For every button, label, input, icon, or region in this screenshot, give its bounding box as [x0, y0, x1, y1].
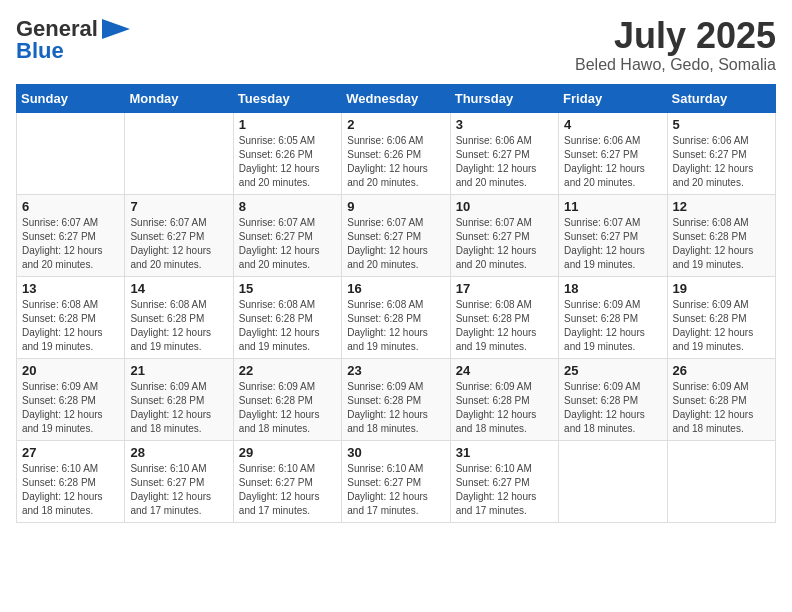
- day-info: Sunrise: 6:08 AMSunset: 6:28 PMDaylight:…: [456, 299, 537, 352]
- logo-flag-icon: [102, 19, 130, 39]
- table-row: 16 Sunrise: 6:08 AMSunset: 6:28 PMDaylig…: [342, 276, 450, 358]
- day-number: 8: [239, 199, 336, 214]
- day-info: Sunrise: 6:10 AMSunset: 6:27 PMDaylight:…: [130, 463, 211, 516]
- day-number: 22: [239, 363, 336, 378]
- col-sunday: Sunday: [17, 84, 125, 112]
- day-number: 2: [347, 117, 444, 132]
- table-row: 28 Sunrise: 6:10 AMSunset: 6:27 PMDaylig…: [125, 440, 233, 522]
- day-info: Sunrise: 6:07 AMSunset: 6:27 PMDaylight:…: [130, 217, 211, 270]
- table-row: 26 Sunrise: 6:09 AMSunset: 6:28 PMDaylig…: [667, 358, 775, 440]
- day-info: Sunrise: 6:08 AMSunset: 6:28 PMDaylight:…: [673, 217, 754, 270]
- day-info: Sunrise: 6:07 AMSunset: 6:27 PMDaylight:…: [22, 217, 103, 270]
- day-number: 24: [456, 363, 553, 378]
- page-header: General Blue July 2025 Beled Hawo, Gedo,…: [16, 16, 776, 74]
- table-row: 10 Sunrise: 6:07 AMSunset: 6:27 PMDaylig…: [450, 194, 558, 276]
- table-row: 3 Sunrise: 6:06 AMSunset: 6:27 PMDayligh…: [450, 112, 558, 194]
- day-info: Sunrise: 6:06 AMSunset: 6:27 PMDaylight:…: [456, 135, 537, 188]
- day-number: 21: [130, 363, 227, 378]
- table-row: 2 Sunrise: 6:06 AMSunset: 6:26 PMDayligh…: [342, 112, 450, 194]
- day-number: 16: [347, 281, 444, 296]
- calendar-week-row: 6 Sunrise: 6:07 AMSunset: 6:27 PMDayligh…: [17, 194, 776, 276]
- col-monday: Monday: [125, 84, 233, 112]
- table-row: 14 Sunrise: 6:08 AMSunset: 6:28 PMDaylig…: [125, 276, 233, 358]
- table-row: 25 Sunrise: 6:09 AMSunset: 6:28 PMDaylig…: [559, 358, 667, 440]
- col-thursday: Thursday: [450, 84, 558, 112]
- day-number: 13: [22, 281, 119, 296]
- day-number: 5: [673, 117, 770, 132]
- table-row: [667, 440, 775, 522]
- table-row: 19 Sunrise: 6:09 AMSunset: 6:28 PMDaylig…: [667, 276, 775, 358]
- day-number: 10: [456, 199, 553, 214]
- table-row: 17 Sunrise: 6:08 AMSunset: 6:28 PMDaylig…: [450, 276, 558, 358]
- day-info: Sunrise: 6:08 AMSunset: 6:28 PMDaylight:…: [347, 299, 428, 352]
- calendar-subtitle: Beled Hawo, Gedo, Somalia: [575, 56, 776, 74]
- table-row: 24 Sunrise: 6:09 AMSunset: 6:28 PMDaylig…: [450, 358, 558, 440]
- table-row: 1 Sunrise: 6:05 AMSunset: 6:26 PMDayligh…: [233, 112, 341, 194]
- day-info: Sunrise: 6:06 AMSunset: 6:27 PMDaylight:…: [564, 135, 645, 188]
- table-row: 18 Sunrise: 6:09 AMSunset: 6:28 PMDaylig…: [559, 276, 667, 358]
- day-info: Sunrise: 6:09 AMSunset: 6:28 PMDaylight:…: [673, 381, 754, 434]
- day-info: Sunrise: 6:10 AMSunset: 6:28 PMDaylight:…: [22, 463, 103, 516]
- day-info: Sunrise: 6:05 AMSunset: 6:26 PMDaylight:…: [239, 135, 320, 188]
- table-row: 4 Sunrise: 6:06 AMSunset: 6:27 PMDayligh…: [559, 112, 667, 194]
- day-number: 14: [130, 281, 227, 296]
- calendar-table: Sunday Monday Tuesday Wednesday Thursday…: [16, 84, 776, 523]
- day-info: Sunrise: 6:09 AMSunset: 6:28 PMDaylight:…: [456, 381, 537, 434]
- day-number: 9: [347, 199, 444, 214]
- day-number: 17: [456, 281, 553, 296]
- svg-marker-0: [102, 19, 130, 39]
- day-number: 15: [239, 281, 336, 296]
- col-saturday: Saturday: [667, 84, 775, 112]
- day-info: Sunrise: 6:09 AMSunset: 6:28 PMDaylight:…: [347, 381, 428, 434]
- table-row: 15 Sunrise: 6:08 AMSunset: 6:28 PMDaylig…: [233, 276, 341, 358]
- day-number: 26: [673, 363, 770, 378]
- calendar-week-row: 27 Sunrise: 6:10 AMSunset: 6:28 PMDaylig…: [17, 440, 776, 522]
- day-info: Sunrise: 6:10 AMSunset: 6:27 PMDaylight:…: [239, 463, 320, 516]
- calendar-header-row: Sunday Monday Tuesday Wednesday Thursday…: [17, 84, 776, 112]
- day-number: 28: [130, 445, 227, 460]
- day-info: Sunrise: 6:07 AMSunset: 6:27 PMDaylight:…: [347, 217, 428, 270]
- day-number: 12: [673, 199, 770, 214]
- col-friday: Friday: [559, 84, 667, 112]
- logo: General Blue: [16, 16, 130, 64]
- day-info: Sunrise: 6:07 AMSunset: 6:27 PMDaylight:…: [239, 217, 320, 270]
- day-info: Sunrise: 6:08 AMSunset: 6:28 PMDaylight:…: [130, 299, 211, 352]
- table-row: 29 Sunrise: 6:10 AMSunset: 6:27 PMDaylig…: [233, 440, 341, 522]
- title-block: July 2025 Beled Hawo, Gedo, Somalia: [575, 16, 776, 74]
- table-row: 13 Sunrise: 6:08 AMSunset: 6:28 PMDaylig…: [17, 276, 125, 358]
- table-row: 11 Sunrise: 6:07 AMSunset: 6:27 PMDaylig…: [559, 194, 667, 276]
- day-number: 27: [22, 445, 119, 460]
- day-info: Sunrise: 6:10 AMSunset: 6:27 PMDaylight:…: [456, 463, 537, 516]
- day-number: 31: [456, 445, 553, 460]
- table-row: 8 Sunrise: 6:07 AMSunset: 6:27 PMDayligh…: [233, 194, 341, 276]
- calendar-week-row: 1 Sunrise: 6:05 AMSunset: 6:26 PMDayligh…: [17, 112, 776, 194]
- day-number: 7: [130, 199, 227, 214]
- day-number: 6: [22, 199, 119, 214]
- table-row: [125, 112, 233, 194]
- day-number: 30: [347, 445, 444, 460]
- day-number: 29: [239, 445, 336, 460]
- table-row: 27 Sunrise: 6:10 AMSunset: 6:28 PMDaylig…: [17, 440, 125, 522]
- day-info: Sunrise: 6:09 AMSunset: 6:28 PMDaylight:…: [564, 381, 645, 434]
- calendar-title: July 2025: [575, 16, 776, 56]
- table-row: [17, 112, 125, 194]
- calendar-week-row: 13 Sunrise: 6:08 AMSunset: 6:28 PMDaylig…: [17, 276, 776, 358]
- calendar-week-row: 20 Sunrise: 6:09 AMSunset: 6:28 PMDaylig…: [17, 358, 776, 440]
- day-number: 18: [564, 281, 661, 296]
- day-info: Sunrise: 6:08 AMSunset: 6:28 PMDaylight:…: [239, 299, 320, 352]
- day-number: 4: [564, 117, 661, 132]
- table-row: 22 Sunrise: 6:09 AMSunset: 6:28 PMDaylig…: [233, 358, 341, 440]
- table-row: 6 Sunrise: 6:07 AMSunset: 6:27 PMDayligh…: [17, 194, 125, 276]
- table-row: 30 Sunrise: 6:10 AMSunset: 6:27 PMDaylig…: [342, 440, 450, 522]
- day-number: 23: [347, 363, 444, 378]
- table-row: 31 Sunrise: 6:10 AMSunset: 6:27 PMDaylig…: [450, 440, 558, 522]
- day-number: 3: [456, 117, 553, 132]
- day-info: Sunrise: 6:08 AMSunset: 6:28 PMDaylight:…: [22, 299, 103, 352]
- day-info: Sunrise: 6:09 AMSunset: 6:28 PMDaylight:…: [22, 381, 103, 434]
- day-number: 25: [564, 363, 661, 378]
- day-number: 11: [564, 199, 661, 214]
- table-row: 7 Sunrise: 6:07 AMSunset: 6:27 PMDayligh…: [125, 194, 233, 276]
- day-number: 20: [22, 363, 119, 378]
- day-info: Sunrise: 6:06 AMSunset: 6:27 PMDaylight:…: [673, 135, 754, 188]
- table-row: 5 Sunrise: 6:06 AMSunset: 6:27 PMDayligh…: [667, 112, 775, 194]
